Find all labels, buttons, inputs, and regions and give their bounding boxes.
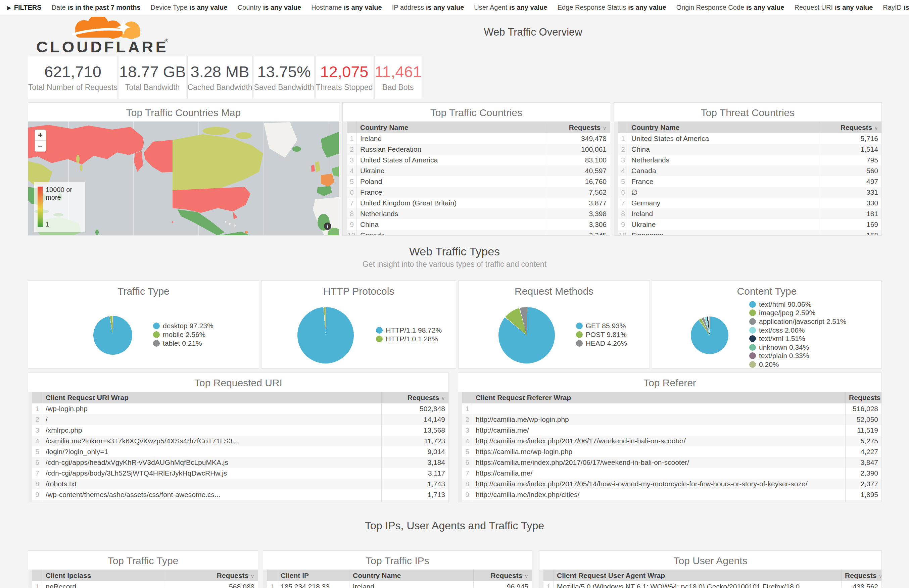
table-row[interactable]: 4 /camilia.me?token=s3+7k6XQvKwzp5/4XSs4… xyxy=(28,436,449,446)
table-row[interactable]: 3 /xmlrpc.php 13,568 xyxy=(28,425,449,436)
table-row[interactable]: 9 /wp-content/themes/ashe/assets/css/fon… xyxy=(28,489,449,500)
column-header[interactable]: Client Request URI Wrap xyxy=(42,392,381,404)
table-row[interactable]: 3 http://camilia.me/ 11,519 xyxy=(458,425,882,436)
kpi-card[interactable]: 621,710 Total Number of Requests xyxy=(28,56,118,99)
table-row[interactable]: 2 / 14,149 xyxy=(28,414,449,425)
legend-item[interactable]: text/css 2.06% xyxy=(749,326,846,334)
table-row[interactable]: 5 France 497 xyxy=(614,176,882,187)
table-row[interactable]: 5 https://camilia.me/wp-login.php 4,227 xyxy=(458,446,882,457)
table-row[interactable]: 7 Germany 330 xyxy=(614,198,882,208)
column-header[interactable]: Country Name xyxy=(349,570,473,581)
legend-item[interactable]: unknown 0.34% xyxy=(749,343,846,352)
column-header-sortable[interactable]: Requests∨ xyxy=(546,121,610,133)
column-header-sortable[interactable]: Requests∨ xyxy=(473,570,532,581)
filter-item[interactable]: Edge Response Statusis any value xyxy=(557,4,666,11)
table-row[interactable]: 6 https://camilia.me/index.php/2017/06/1… xyxy=(458,457,882,468)
table-row[interactable]: 4 http://camilia.me/index.php/2017/06/17… xyxy=(458,436,882,446)
filter-item[interactable]: User Agentis any value xyxy=(474,4,547,11)
table-row[interactable]: 8 Netherlands 3,398 xyxy=(343,208,610,219)
world-map[interactable]: + − 10000 or more 1 i xyxy=(28,121,339,236)
legend-item[interactable]: 0.20% xyxy=(749,360,846,368)
legend-swatch-icon xyxy=(153,331,160,338)
table-row[interactable]: 7 /cdn-cgi/apps/body/3Lh52SjWTQ4HRlErJyk… xyxy=(28,468,449,478)
legend-item[interactable]: tablet 0.21% xyxy=(153,339,213,348)
table-row[interactable]: 10 /wp-content/themes/ashe/style.css?ver… xyxy=(28,500,449,502)
table-row[interactable]: 2 China 1,514 xyxy=(614,144,882,155)
kpi-card[interactable]: 13.75% Saved Bandwidth xyxy=(254,56,315,99)
table-row[interactable]: 9 China 3,306 xyxy=(343,219,610,230)
table-row[interactable]: 2 Russian Federation 100,061 xyxy=(343,144,610,155)
kpi-card[interactable]: 12,075 Threats Stopped xyxy=(315,56,373,99)
column-header[interactable]: Country Name xyxy=(357,121,546,133)
legend-item[interactable]: HTTP/1.0 1.28% xyxy=(376,334,442,343)
table-row[interactable]: 6 ∅ 331 xyxy=(614,187,882,198)
table-row[interactable]: 3 Netherlands 795 xyxy=(614,155,882,165)
http-protocols-pie-chart[interactable] xyxy=(297,307,354,363)
table-row[interactable]: 7 https://camilia.me/ 2,390 xyxy=(458,468,882,478)
table-row[interactable]: 6 /cdn-cgi/apps/head/xVgyKhR-vV3dAUGhMqf… xyxy=(28,457,449,468)
table-row[interactable]: 5 Poland 16,760 xyxy=(343,176,610,187)
filter-item[interactable]: Request URIis any value xyxy=(794,4,873,11)
zoom-out-button[interactable]: − xyxy=(35,141,46,151)
legend-item[interactable]: HTTP/1.1 98.72% xyxy=(376,326,442,334)
table-row[interactable]: 8 http://camilia.me/index.php/2017/05/14… xyxy=(458,478,882,489)
table-row[interactable]: 5 /login/?login_only=1 9,014 xyxy=(28,446,449,457)
table-row[interactable]: 1 /wp-login.php 502,848 xyxy=(28,404,449,414)
kpi-card[interactable]: 3.28 MB Cached Bandwidth xyxy=(187,56,253,99)
filter-item[interactable]: IP addressis any value xyxy=(392,4,464,11)
table-row[interactable]: 1 Mozilla/5.0 (Windows NT 6.1; WOW64; rv… xyxy=(539,581,882,588)
filter-item[interactable]: Dateis in the past 7 months xyxy=(52,4,140,11)
table-row[interactable]: 3 United States of America 83,100 xyxy=(343,155,610,165)
legend-item[interactable]: application/javascript 2.51% xyxy=(749,317,846,326)
filter-item[interactable]: Hostnameis any value xyxy=(311,4,382,11)
table-row[interactable]: 1 Ireland 349,478 xyxy=(343,133,610,144)
filter-item[interactable]: Origin Response Codeis any value xyxy=(677,4,785,11)
legend-item[interactable]: HEAD 4.26% xyxy=(576,339,627,348)
table-row[interactable]: 9 Ukraine 169 xyxy=(614,219,882,230)
filter-item[interactable]: RayIDis any value xyxy=(883,4,909,11)
kpi-card[interactable]: 18.77 GB Total Bandwidth xyxy=(119,56,186,99)
info-icon[interactable]: i xyxy=(324,223,331,230)
legend-item[interactable]: text/plain 0.33% xyxy=(749,352,846,360)
table-row[interactable]: 8 /robots.txt 1,743 xyxy=(28,478,449,489)
table-row[interactable]: 10 http://camilia.me/index.php/about/ 1,… xyxy=(458,500,882,502)
legend-item[interactable]: GET 85.93% xyxy=(576,321,627,330)
table-row[interactable]: 1 185.234.218.33 Ireland 96,945 xyxy=(263,581,532,588)
table-row[interactable]: 10 Singapore 158 xyxy=(614,230,882,236)
legend-item[interactable]: mobile 2.56% xyxy=(153,330,213,339)
table-row[interactable]: 1 United States of America 5,716 xyxy=(614,133,882,144)
column-header-sortable[interactable]: Requests∨ xyxy=(166,570,258,581)
column-header[interactable]: Client IP xyxy=(277,570,349,581)
traffic-type-pie-chart[interactable] xyxy=(93,316,132,355)
kpi-card[interactable]: 11,461 Bad Bots xyxy=(374,56,422,99)
column-header-sortable[interactable]: Requests∨ xyxy=(841,570,882,581)
column-header-sortable[interactable]: Requests∨ xyxy=(381,392,449,404)
request-methods-pie-chart[interactable] xyxy=(499,307,555,363)
table-row[interactable]: 8 Ireland 181 xyxy=(614,208,882,219)
table-row[interactable]: 4 Ukraine 40,597 xyxy=(343,165,610,176)
filter-item[interactable]: Device Typeis any value xyxy=(151,4,228,11)
column-header-sortable[interactable]: Requests∨ xyxy=(819,121,882,133)
legend-item[interactable]: text/html 90.06% xyxy=(749,300,846,309)
zoom-in-button[interactable]: + xyxy=(35,130,46,141)
column-header[interactable]: Client Request User Agent Wrap xyxy=(554,570,841,581)
legend-item[interactable]: image/jpeg 2.59% xyxy=(749,309,846,318)
filters-toggle[interactable]: ▶ FILTERS xyxy=(7,4,42,11)
content-type-pie-chart[interactable] xyxy=(691,317,728,354)
column-header[interactable]: Client Request Referer Wrap xyxy=(472,392,845,404)
legend-item[interactable]: POST 9.81% xyxy=(576,330,627,339)
column-header-sortable[interactable]: Requests∨ xyxy=(845,392,882,404)
table-row[interactable]: 7 United Kingdom (Great Britain) 3,877 xyxy=(343,198,610,208)
table-row[interactable]: 1 noRecord 568,088 xyxy=(28,581,258,588)
column-header[interactable]: Client Ipclass xyxy=(42,570,166,581)
filter-item[interactable]: Countryis any value xyxy=(238,4,301,11)
table-row[interactable]: 9 http://camilia.me/index.php/cities/ 1,… xyxy=(458,489,882,500)
column-header[interactable]: Country Name xyxy=(628,121,819,133)
legend-item[interactable]: desktop 97.23% xyxy=(153,321,213,330)
table-row[interactable]: 4 Canada 560 xyxy=(614,165,882,176)
table-row[interactable]: 10 Canada 2,245 xyxy=(343,230,610,236)
table-row[interactable]: 1 516,028 xyxy=(458,404,882,414)
table-row[interactable]: 6 France 7,562 xyxy=(343,187,610,198)
legend-item[interactable]: text/xml 1.51% xyxy=(749,334,846,343)
table-row[interactable]: 2 http://camilia.me/wp-login.php 52,050 xyxy=(458,414,882,425)
